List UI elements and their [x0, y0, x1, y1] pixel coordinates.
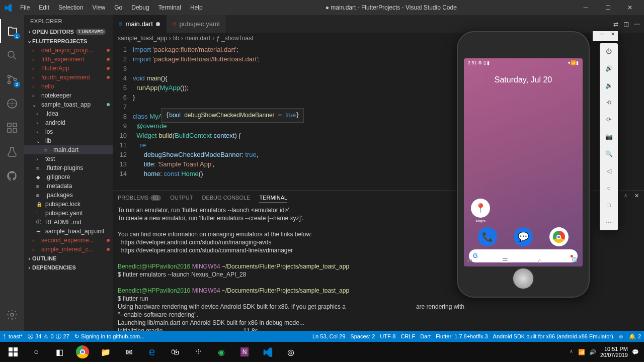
status-spaces[interactable]: Spaces: 2	[350, 333, 375, 339]
tree-item[interactable]: ≡.flutter-plugins	[24, 163, 113, 172]
breadcrumb-item[interactable]: ƒ _showToast	[216, 35, 253, 42]
github-icon[interactable]	[0, 164, 24, 188]
emu-home-icon[interactable]: ○	[604, 183, 614, 193]
tree-item[interactable]: ›fourth_experiment	[24, 73, 113, 82]
menu-go[interactable]: Go	[110, 2, 126, 13]
task-view-icon[interactable]: ◧	[48, 342, 70, 362]
messages-icon[interactable]: 💬	[514, 227, 533, 246]
editor-tab[interactable]: ≡pubspec.yaml	[167, 15, 226, 33]
tree-item[interactable]: ›hello	[24, 82, 113, 91]
status-eol[interactable]: CRLF	[400, 333, 415, 339]
tree-item[interactable]: 🔒pubspec.lock	[24, 200, 113, 209]
tree-item[interactable]: ⓘREADME.md	[24, 218, 113, 227]
menu-edit[interactable]: Edit	[35, 2, 53, 13]
evernote-icon[interactable]: ◉	[210, 342, 232, 362]
phone-app-maps[interactable]: 📍 Maps	[471, 199, 490, 223]
dependencies-header[interactable]: ›DEPENDENCIES	[24, 263, 113, 272]
tree-item[interactable]: ⌄sample_toast_app	[24, 100, 113, 109]
power-icon[interactable]: ⏻	[604, 46, 614, 56]
test-icon[interactable]	[0, 140, 24, 164]
status-lang[interactable]: Dart	[420, 333, 431, 339]
explorer-icon[interactable]: 1	[0, 19, 24, 43]
nav-search-icon[interactable]: 🔍	[572, 257, 580, 264]
maps-app-icon[interactable]: 📍	[471, 199, 490, 218]
tab-terminal[interactable]: TERMINAL	[259, 193, 287, 203]
panel-up-icon[interactable]: ＾	[623, 193, 628, 203]
tree-item[interactable]: ›dart_async_progr...	[24, 46, 113, 55]
minimize-button[interactable]: ─	[576, 1, 596, 15]
store-icon[interactable]: 🛍	[164, 342, 186, 362]
tree-item[interactable]: ≡main.dart	[24, 145, 113, 154]
tree-item[interactable]: ›ios	[24, 127, 113, 136]
dropbox-icon[interactable]: ⸭	[187, 342, 209, 362]
tree-item[interactable]: ›simple_interest_c...	[24, 245, 113, 254]
system-tray[interactable]: ＾ 📶 🔊 10:51 PM 20/07/2019 💬	[569, 346, 642, 358]
breadcrumb-item[interactable]: main.dart	[185, 35, 210, 42]
tab-debug-console[interactable]: DEBUG CONSOLE	[202, 193, 251, 203]
tree-item[interactable]: ›FlutterApp	[24, 64, 113, 73]
nav-menu-icon[interactable]: ☰	[502, 257, 508, 264]
vscode-task-icon[interactable]	[257, 342, 279, 362]
status-device[interactable]: Android SDK built for x86 (android-x86 E…	[493, 333, 613, 339]
status-cursor[interactable]: Ln 53, Col 29	[312, 333, 345, 339]
obs-icon[interactable]: ◎	[280, 342, 302, 362]
more-icon[interactable]: ⋯	[634, 21, 640, 28]
outline-header[interactable]: ›OUTLINE	[24, 254, 113, 263]
cortana-icon[interactable]: ○	[25, 342, 47, 362]
nav-home-icon[interactable]: ⌂	[538, 257, 542, 264]
tab-output[interactable]: OUTPUT	[170, 193, 193, 203]
phone-screen[interactable]: 2:51 ⚙ ▯ ▮ ▾📶▮ Saturday, Jul 20 📍 Maps 📞…	[464, 58, 583, 266]
tray-up-icon[interactable]: ＾	[569, 348, 574, 356]
dialer-icon[interactable]: 📞	[478, 227, 497, 246]
settings-icon[interactable]	[0, 303, 24, 327]
emu-back-icon[interactable]: ◁	[604, 166, 614, 176]
tree-item[interactable]: ›notekeeper	[24, 91, 113, 100]
breadcrumb-item[interactable]: sample_toast_app	[118, 35, 167, 42]
emulator-minimize[interactable]: ─	[597, 31, 607, 41]
chrome-app-icon[interactable]	[549, 227, 569, 246]
start-button[interactable]	[2, 342, 24, 362]
status-problems[interactable]: ⓧ 34 ⚠ 0 ⓘ 27	[28, 333, 69, 340]
tree-item[interactable]: ›test	[24, 154, 113, 163]
breadcrumb-item[interactable]: lib	[173, 35, 179, 42]
emulator-close[interactable]: ✕	[608, 31, 618, 41]
menu-file[interactable]: File	[16, 2, 34, 13]
panel-close-icon[interactable]: ✕	[634, 193, 639, 203]
tab-problems[interactable]: PROBLEMS61	[118, 193, 161, 203]
split-icon[interactable]: ◫	[623, 21, 629, 28]
tree-item[interactable]: ›.idea	[24, 109, 113, 118]
tray-wifi-icon[interactable]: 📶	[578, 349, 585, 355]
tree-item[interactable]: ⌄lib	[24, 136, 113, 145]
chrome-icon[interactable]	[71, 342, 94, 362]
file-explorer-icon[interactable]: 📁	[95, 342, 117, 362]
scm-icon[interactable]: 2	[0, 67, 24, 92]
edge-icon[interactable]: e	[141, 342, 163, 362]
status-signin[interactable]: ↻ Signing in to github.com...	[74, 333, 145, 340]
editor-tab[interactable]: ≡main.dart	[113, 15, 167, 33]
tree-item[interactable]: ≡.packages	[24, 191, 113, 200]
tree-item[interactable]: ›android	[24, 118, 113, 127]
tray-notif-icon[interactable]: 💬	[632, 349, 639, 355]
status-branch[interactable]: ᚶ toast*	[3, 333, 23, 339]
status-bell-icon[interactable]: 🔔 2	[629, 333, 641, 340]
volume-up-icon[interactable]: 🔊	[604, 63, 614, 73]
mail-icon[interactable]: ✉	[118, 342, 140, 362]
status-feedback-icon[interactable]: ☺	[618, 333, 624, 339]
emu-overview-icon[interactable]: □	[604, 200, 614, 210]
search-icon[interactable]	[0, 43, 24, 67]
tree-item[interactable]: ☰sample_toast_app.iml	[24, 227, 113, 236]
volume-down-icon[interactable]: 🔉	[604, 80, 614, 90]
phone-home-button[interactable]	[512, 267, 534, 290]
zoom-icon[interactable]: 🔍	[604, 149, 614, 159]
menu-view[interactable]: View	[88, 2, 109, 13]
project-header[interactable]: ⌄ FLUTTERPROJECTS	[24, 36, 113, 46]
menu-debug[interactable]: Debug	[127, 2, 153, 13]
menu-terminal[interactable]: Terminal	[154, 2, 185, 13]
onenote-icon[interactable]: N	[233, 342, 256, 362]
status-encoding[interactable]: UTF-8	[380, 333, 395, 339]
tree-item[interactable]: ◆.gitignore	[24, 172, 113, 182]
camera-icon[interactable]: 📷	[604, 132, 614, 142]
tree-item[interactable]: ≡.metadata	[24, 182, 113, 191]
debug-icon[interactable]	[0, 92, 24, 116]
tree-item[interactable]: ›fifth_experiment	[24, 55, 113, 64]
